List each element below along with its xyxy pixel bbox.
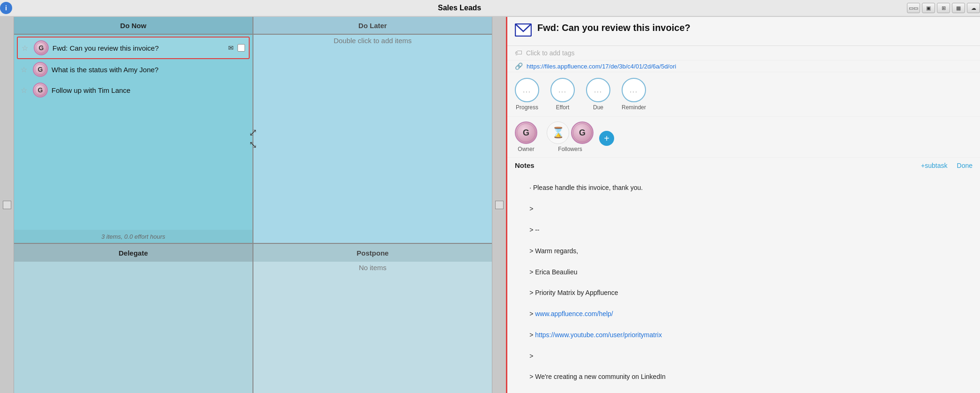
owner-label: Owner [518, 146, 534, 152]
left-strip-btn[interactable] [3, 201, 11, 209]
do-now-header: Do Now [14, 17, 253, 35]
metric-due: ... Due [586, 78, 610, 111]
email-icon-1: ✉ [228, 44, 234, 52]
subtask-link[interactable]: +subtask [921, 162, 947, 169]
item-text-1: Fwd: Can you review this invoice? [52, 44, 224, 52]
notes-label: Notes [515, 161, 921, 169]
info-button[interactable]: i [0, 2, 12, 14]
metric-reminder-circle[interactable]: ... [622, 78, 646, 102]
detail-title: Fwd: Can you review this invoice? [537, 23, 973, 33]
postpone-empty: No items [256, 264, 489, 272]
metric-effort: ... Effort [550, 78, 575, 111]
star-icon-3[interactable]: ☆ [21, 86, 29, 95]
checkbox-1[interactable] [238, 44, 245, 52]
do-later-header: Do Later [253, 17, 492, 35]
bottom-label-row: Delegate Postpone [14, 244, 492, 262]
appfluence-link[interactable]: www.appfluence.com/help/ [535, 310, 613, 317]
metric-due-dots: ... [594, 86, 602, 94]
notes-line-1: · Please handle this invoice, thank you. [529, 184, 643, 191]
star-icon-1[interactable]: ☆ [22, 44, 30, 53]
right-strip-btn[interactable] [495, 201, 504, 209]
do-later-items: Double click to add items [253, 35, 492, 243]
add-person-button[interactable]: + [599, 131, 614, 146]
metric-reminder-label: Reminder [622, 104, 646, 111]
notes-line-5: > Erica Beaulieu [529, 268, 577, 276]
metric-effort-circle[interactable]: ... [550, 78, 575, 102]
app-title-bar: i Sales Leads ▭▭ ▣ ⊞ ▦ ☁ [0, 0, 980, 17]
notes-line-3: > -- [529, 226, 539, 234]
metric-effort-label: Effort [556, 104, 569, 111]
item-text-2: What is the status with Amy Jone? [52, 66, 246, 74]
app-title: Sales Leads [16, 4, 903, 12]
notes-line-8: > https://www.youtube.com/user/prioritym… [529, 331, 662, 339]
center-move-button[interactable]: ⤢⤡ [249, 127, 257, 151]
do-later-quadrant[interactable]: Double click to add items [253, 35, 492, 243]
metric-progress: ... Progress [515, 78, 539, 111]
follower-avatar[interactable]: G [571, 121, 594, 144]
table-row[interactable]: ☆ G Follow up with Tim Lance [17, 80, 250, 100]
tag-icon: 🏷 [515, 49, 522, 57]
metric-progress-circle[interactable]: ... [515, 78, 539, 102]
notes-line-10: > We're creating a new community on Link… [529, 373, 666, 380]
metric-due-circle[interactable]: ... [586, 78, 610, 102]
top-quadrants: ☆ G Fwd: Can you review this invoice? ✉ … [14, 35, 492, 244]
detail-tags-row[interactable]: 🏷 Click to add tags [507, 46, 980, 60]
bottom-quadrants: No items [14, 262, 492, 393]
detail-panel: Fwd: Can you review this invoice? 🏷 Clic… [506, 17, 980, 393]
quadrants-container: Do Now Do Later ☆ G Fwd: Can you review … [14, 17, 492, 393]
star-icon-2[interactable]: ☆ [21, 65, 29, 74]
followers-label: Followers [558, 146, 582, 152]
postpone-header: Postpone [253, 244, 492, 262]
toolbar-btn-1[interactable]: ▭▭ [907, 3, 920, 13]
detail-metrics-row: ... Progress ... Effort ... Due ... [507, 72, 980, 117]
metric-reminder: ... Reminder [622, 78, 646, 111]
matrix-panel: Do Now Do Later ☆ G Fwd: Can you review … [0, 17, 506, 393]
detail-notes-section: Notes +subtask Done · Please handle this… [507, 158, 980, 393]
postpone-quadrant[interactable]: No items [253, 262, 492, 393]
metric-progress-dots: ... [523, 86, 531, 94]
info-icon: i [5, 4, 7, 12]
notes-line-7: > www.appfluence.com/help/ [529, 310, 613, 317]
done-link[interactable]: Done [957, 162, 973, 169]
item-text-3: Follow up with Tim Lance [52, 86, 246, 94]
detail-people-row: G Owner ⌛ G Followers + [507, 117, 980, 158]
postpone-items: No items [253, 262, 492, 393]
notes-line-6: > Priority Matrix by Appfluence [529, 289, 618, 296]
metric-effort-dots: ... [558, 86, 567, 94]
youtube-link[interactable]: https://www.youtube.com/user/prioritymat… [535, 331, 662, 339]
detail-header: Fwd: Can you review this invoice? [507, 17, 980, 46]
notes-line-2: > [529, 205, 533, 212]
top-label-row: Do Now Do Later [14, 17, 492, 35]
notes-line-9: > [529, 352, 533, 360]
notes-line-4: > Warm regards, [529, 247, 578, 255]
owner-avatar[interactable]: G [515, 121, 537, 144]
main-content: Do Now Do Later ☆ G Fwd: Can you review … [0, 17, 980, 393]
table-row[interactable]: ☆ G What is the status with Amy Jone? [17, 59, 250, 80]
toolbar-btn-2[interactable]: ▣ [922, 3, 935, 13]
do-now-items: ☆ G Fwd: Can you review this invoice? ✉ … [14, 35, 252, 230]
do-now-quadrant: ☆ G Fwd: Can you review this invoice? ✉ … [14, 35, 253, 243]
left-strip [0, 17, 14, 393]
detail-link-row: 🔗 https://files.appfluence.com/17/de/3b/… [507, 60, 980, 72]
delegate-header: Delegate [14, 244, 253, 262]
owner-item: G Owner [515, 121, 537, 152]
do-now-footer: 3 items, 0.0 effort hours [14, 230, 252, 243]
hourglass-icon: ⌛ [547, 121, 569, 144]
toolbar-btn-4[interactable]: ▦ [952, 3, 965, 13]
avatar-3: G [33, 83, 48, 98]
toolbar-btn-5[interactable]: ☁ [967, 3, 980, 13]
followers-group: ⌛ G Followers [547, 121, 594, 152]
link-icon: 🔗 [515, 62, 523, 70]
toolbar-btn-3[interactable]: ⊞ [937, 3, 950, 13]
detail-link[interactable]: https://files.appfluence.com/17/de/3b/c4… [527, 63, 676, 70]
metric-progress-label: Progress [516, 104, 538, 111]
avatar-1: G [34, 40, 49, 55]
metric-reminder-dots: ... [630, 86, 638, 94]
notes-header-row: Notes +subtask Done [515, 161, 973, 169]
delegate-quadrant[interactable] [14, 262, 253, 393]
notes-text: · Please handle this invoice, thank you.… [515, 172, 973, 393]
table-row[interactable]: ☆ G Fwd: Can you review this invoice? ✉ [17, 37, 250, 59]
tags-placeholder[interactable]: Click to add tags [526, 49, 575, 57]
detail-email-icon [515, 23, 532, 40]
toolbar-group: ▭▭ ▣ ⊞ ▦ ☁ [907, 3, 980, 13]
